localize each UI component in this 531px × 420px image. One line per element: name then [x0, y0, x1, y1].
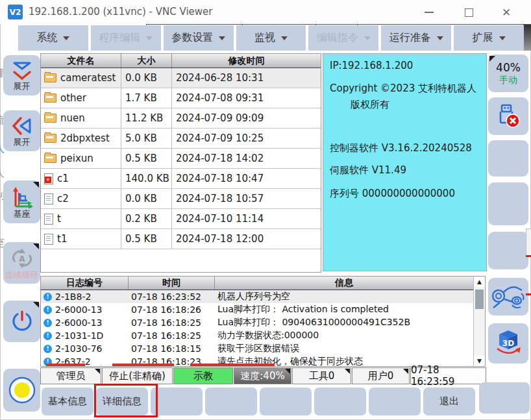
exit-button[interactable]: 退出	[423, 388, 475, 415]
table-row[interactable]: other 1.7 KB 2024-07-08 09:31	[41, 88, 321, 108]
log-row[interactable]: !2-1B8-2 07-18 16:23:52 机器人序列号为空	[41, 290, 473, 303]
col-filename[interactable]: 文件名	[41, 54, 121, 68]
bottom-blank-button[interactable]	[205, 388, 257, 415]
close-button[interactable]: ✕	[495, 5, 517, 19]
file-name: cameratest	[60, 72, 116, 84]
menu-edit-command: 编辑指令	[308, 25, 378, 51]
mode-label: 手动	[499, 75, 517, 86]
info-icon: !	[43, 319, 52, 327]
cube-label: 3D	[502, 339, 514, 348]
expand-left-button[interactable]: 展开	[3, 110, 40, 151]
table-row[interactable]: nuen 11.2 KB 2024-07-09 09:09	[41, 108, 321, 129]
corner-marker-icon	[33, 243, 39, 249]
col-size[interactable]: 大小	[121, 54, 172, 68]
basic-info-button[interactable]: 基本信息	[42, 388, 93, 415]
status-user-role[interactable]: 管理员	[40, 367, 101, 384]
status-datetime: 07-18 16:23:59	[410, 367, 486, 384]
log-id: 2-6000-13	[55, 304, 102, 315]
servo-status-button[interactable]	[3, 369, 40, 412]
right-blank-button[interactable]	[488, 182, 528, 225]
menu-label: 扩展	[473, 31, 493, 45]
log-message: 动力学数据状态:000000	[215, 329, 473, 342]
log-row[interactable]: !2-6000-13 07-18 16:18:25 Lua脚本打印： 09040…	[41, 316, 473, 329]
bottom-blank-button[interactable]	[260, 388, 312, 415]
log-scrollbar[interactable]: ▲ ▼	[473, 277, 485, 366]
bottom-blank-button[interactable]	[369, 388, 421, 415]
table-row[interactable]: 2dbpxtest 5.0 KB 2024-07-09 10:25	[41, 129, 321, 149]
file-name: 2dbpxtest	[60, 132, 110, 144]
file-time: 2024-07-18 14:02	[172, 149, 321, 169]
col-modified[interactable]: 修改时间	[172, 54, 321, 68]
right-blank-button[interactable]	[488, 140, 528, 177]
file-time: 2024-07-18 10:57	[172, 189, 321, 209]
scrollbar-thumb[interactable]	[475, 290, 484, 309]
chevron-down-icon	[499, 36, 506, 40]
menu-monitor[interactable]: 监视	[236, 25, 306, 51]
table-row[interactable]: t1 0.5 KB 2024-07-18 12:00	[41, 229, 321, 249]
menu-run-prepare[interactable]: 运行准备	[381, 25, 451, 51]
menu-extension[interactable]: 扩展	[454, 25, 524, 51]
status-tool[interactable]: 工具0	[292, 367, 351, 384]
file-time: 2024-07-08 09:31	[172, 88, 321, 108]
status-teach-mode[interactable]: 示教	[173, 367, 233, 384]
copyright-line2: 版权所有	[351, 99, 389, 111]
table-row[interactable]: peixun 0.5 KB 2024-07-18 14:02	[41, 149, 321, 169]
teach-mode-label: 示教	[193, 370, 213, 382]
corner-marker-icon	[95, 369, 100, 374]
maximize-button[interactable]	[458, 5, 480, 19]
servo-indicator-icon	[8, 376, 36, 404]
power-icon	[9, 308, 35, 334]
file-name: t	[57, 213, 61, 225]
cycle-a-icon: A	[10, 247, 34, 269]
file-size: 0.0 KB	[121, 189, 172, 209]
minimize-button[interactable]	[418, 5, 440, 19]
vnc-logo-icon: V2	[8, 5, 23, 19]
table-row[interactable]: t 0.2 KB 2024-07-10 11:14	[41, 209, 321, 229]
folder-icon	[44, 114, 56, 123]
bottom-blank-button[interactable]	[151, 388, 203, 415]
vnc-viewer-window: V2 192.168.1.200 (x11vnc) - VNC Viewer ✕…	[0, 0, 531, 420]
table-row[interactable]: cameratest 0.0 KB 2024-06-28 10:31	[41, 68, 321, 88]
folder-icon	[44, 73, 56, 82]
log-row[interactable]: !2-1030-76 07-18 16:18:15 获取干涉区数据错误	[41, 342, 473, 355]
right-blank-button[interactable]	[488, 232, 528, 269]
table-row[interactable]: c1 140.0 KB 2024-07-18 10:47	[41, 169, 321, 189]
col-log-time[interactable]: 时间	[129, 277, 215, 290]
col-log-message[interactable]: 信息	[215, 277, 473, 290]
speed-label: 速度:40%	[240, 370, 284, 382]
expand-down-button[interactable]: 展开	[3, 55, 40, 95]
continuous-cycle-button: A 连续循环	[3, 242, 40, 284]
chevron-down-icon	[281, 36, 288, 40]
log-message: 机器人序列号为空	[215, 290, 473, 303]
usb-eject-button[interactable]	[488, 97, 528, 135]
bottom-blank-button[interactable]	[314, 388, 366, 415]
chevron-double-left-icon	[11, 116, 33, 136]
3d-view-button[interactable]: 3D	[488, 323, 528, 364]
scroll-up-icon[interactable]: ▲	[474, 277, 485, 287]
folder-icon	[44, 154, 56, 163]
user-frame-label: 用户0	[368, 370, 394, 382]
table-row[interactable]: c2 0.0 KB 2024-07-18 10:57	[41, 189, 321, 209]
chevron-down-icon	[437, 36, 443, 40]
menu-bar: 系统 程序编辑 参数设置 监视 编辑指令 运行准备 扩展	[18, 25, 524, 51]
col-log-id[interactable]: 日志编号	[41, 277, 129, 290]
system-info-panel: IP:192.168.1.200 Copyright ©2023 艾利特机器人 …	[323, 53, 487, 271]
status-speed[interactable]: 速度:40%	[234, 367, 291, 384]
base-frame-button[interactable]: 基座	[3, 180, 40, 223]
drag-teach-button[interactable]	[488, 278, 528, 315]
log-row[interactable]: !2-1031-1D 07-18 16:18:25 动力学数据状态:000000	[41, 329, 473, 342]
log-id: 2-6000-13	[55, 317, 102, 328]
bottom-blank-button[interactable]	[479, 382, 530, 414]
menu-parameter-settings[interactable]: 参数设置	[164, 25, 234, 51]
power-button[interactable]	[3, 301, 40, 342]
chevron-double-down-icon	[10, 61, 34, 80]
log-table: 日志编号 时间 信息 !2-1B8-2 07-18 16:23:52 机器人序列…	[40, 276, 486, 367]
speed-mode-button[interactable]: 40% 手动	[488, 55, 528, 92]
menu-system[interactable]: 系统	[18, 25, 88, 51]
status-user-frame[interactable]: 用户0	[352, 367, 410, 384]
log-row[interactable]: !2-6000-13 07-18 16:18:26 Lua脚本打印： Activ…	[41, 303, 473, 316]
controller-version: 控制器软件 V3.16.2.20240528	[330, 142, 472, 154]
expand-label: 展开	[14, 82, 31, 90]
user-role-label: 管理员	[56, 370, 86, 382]
ip-address: IP:192.168.1.200	[330, 60, 413, 71]
